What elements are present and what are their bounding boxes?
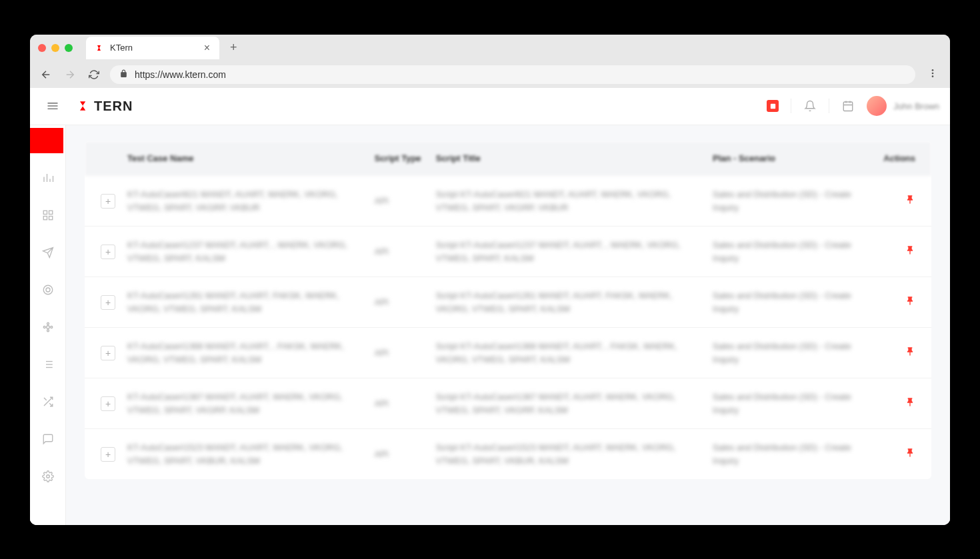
expand-button[interactable]: + <box>101 245 115 259</box>
pin-icon[interactable] <box>905 297 915 308</box>
cell-type: API <box>375 296 428 309</box>
table-row: + KT-AutoCase#1237 MANDT, AUART, , WAERK… <box>85 227 931 277</box>
sidebar-item-target[interactable] <box>35 277 61 302</box>
forward-button[interactable] <box>62 67 78 83</box>
sidebar-item-list[interactable] <box>35 352 61 377</box>
cell-title: Script KT-AutoCase#1387 MANDT, AUART, WA… <box>428 390 705 416</box>
cell-type: API <box>375 245 428 259</box>
tab-favicon-icon <box>95 43 105 53</box>
new-tab-button[interactable]: + <box>225 41 243 55</box>
url-text: https://www.ktern.com <box>135 69 226 80</box>
svg-point-23 <box>47 329 49 331</box>
cell-title: Script KT-AutoCase#821 MANDT, AUART, WAE… <box>428 188 705 214</box>
cell-plan: Sales and Distribution (SD) - Create Inq… <box>705 441 862 467</box>
logo[interactable]: TERN <box>78 99 133 114</box>
svg-point-19 <box>43 285 53 294</box>
browser-window: KTern × + https://www.ktern.com <box>30 35 950 525</box>
cell-title: Script KT-AutoCase#1523 MANDT, AUART, WA… <box>428 441 705 467</box>
svg-rect-17 <box>43 216 47 219</box>
svg-rect-15 <box>43 211 47 214</box>
window-maximize-button[interactable] <box>65 44 73 52</box>
sidebar-item-send[interactable] <box>35 240 61 265</box>
back-button[interactable] <box>38 67 54 83</box>
cell-plan: Sales and Distribution (SD) - Create Inq… <box>705 239 862 265</box>
cell-plan: Sales and Distribution (SD) - Create Inq… <box>705 340 862 366</box>
menu-toggle-button[interactable] <box>41 94 65 118</box>
column-actions: Actions <box>862 153 915 165</box>
expand-button[interactable]: + <box>101 194 115 209</box>
column-plan: Plan - Scenario <box>705 153 862 165</box>
expand-button[interactable]: + <box>101 396 115 411</box>
table-body: + KT-AutoCase#821 MANDT, AUART, WAERK, V… <box>85 176 931 479</box>
content-area: Test Case Name Script Type Script Title … <box>66 125 950 525</box>
pin-icon[interactable] <box>905 247 915 258</box>
expand-button[interactable]: + <box>101 346 115 360</box>
cell-title: Script KT-AutoCase#1261 MANDT, AUART, FA… <box>428 289 705 315</box>
table-row: + KT-AutoCase#1261 MANDT, AUART, FAKSK, … <box>85 277 931 328</box>
test-case-table: Test Case Name Script Type Script Title … <box>85 141 931 480</box>
traffic-lights <box>38 44 73 52</box>
username: John Brown <box>893 101 939 111</box>
svg-rect-16 <box>49 211 52 214</box>
cell-plan: Sales and Distribution (SD) - Create Inq… <box>705 188 862 214</box>
address-bar[interactable]: https://www.ktern.com <box>110 65 915 84</box>
window-minimize-button[interactable] <box>51 44 59 52</box>
svg-line-34 <box>44 398 47 400</box>
tab-close-icon[interactable]: × <box>204 42 210 54</box>
cell-name: KT-AutoCase#1261 MANDT, AUART, FAKSK, WA… <box>127 289 375 315</box>
notification-badge-icon[interactable] <box>767 100 779 112</box>
bell-icon[interactable] <box>803 99 817 113</box>
app-body: Test Case Name Script Type Script Title … <box>30 125 950 525</box>
cell-title: Script KT-AutoCase#1237 MANDT, AUART, , … <box>428 239 705 265</box>
browser-tab[interactable]: KTern × <box>86 37 219 59</box>
svg-rect-7 <box>844 102 853 111</box>
cell-title: Script KT-AutoCase#1368 MANDT, AUART, , … <box>428 340 705 366</box>
pin-icon[interactable] <box>905 398 915 410</box>
user-menu[interactable]: John Brown <box>867 96 939 116</box>
cell-plan: Sales and Distribution (SD) - Create Inq… <box>705 289 862 315</box>
sidebar-item-message[interactable] <box>35 426 61 452</box>
svg-point-35 <box>46 474 49 478</box>
column-type: Script Type <box>375 153 428 165</box>
window-close-button[interactable] <box>38 44 46 52</box>
logo-icon <box>78 100 90 112</box>
pin-icon[interactable] <box>905 449 915 460</box>
expand-button[interactable]: + <box>101 295 115 310</box>
pin-icon[interactable] <box>905 196 915 207</box>
expand-button[interactable]: + <box>101 447 115 462</box>
table-row: + KT-AutoCase#1387 MANDT, AUART, WAERK, … <box>85 378 931 429</box>
app: TERN John Brown <box>30 88 950 525</box>
cell-type: API <box>375 346 428 360</box>
table-row: + KT-AutoCase#821 MANDT, AUART, WAERK, V… <box>85 176 931 227</box>
pin-icon[interactable] <box>905 348 915 359</box>
cell-name: KT-AutoCase#1387 MANDT, AUART, WAERK, VK… <box>127 390 375 416</box>
svg-point-1 <box>932 72 934 74</box>
calendar-icon[interactable] <box>841 99 855 113</box>
lock-icon <box>119 69 128 80</box>
divider <box>791 99 791 113</box>
tab-bar: KTern × + <box>30 35 950 61</box>
cell-type: API <box>375 448 428 461</box>
sidebar-item-flower[interactable] <box>35 314 61 340</box>
sidebar-item-settings[interactable] <box>35 464 61 489</box>
cell-name: KT-AutoCase#1368 MANDT, AUART, , FAKSK, … <box>127 340 375 366</box>
cell-type: API <box>375 397 428 410</box>
cell-name: KT-AutoCase#1523 MANDT, AUART, WAERK, VK… <box>127 441 375 467</box>
reload-button[interactable] <box>86 67 102 83</box>
cell-name: KT-AutoCase#821 MANDT, AUART, WAERK, VKO… <box>127 188 375 214</box>
svg-point-0 <box>932 69 934 71</box>
address-bar-row: https://www.ktern.com <box>30 61 950 88</box>
browser-chrome: KTern × + https://www.ktern.com <box>30 35 950 88</box>
cell-name: KT-AutoCase#1237 MANDT, AUART, , WAERK, … <box>127 239 375 265</box>
cell-plan: Sales and Distribution (SD) - Create Inq… <box>705 390 862 416</box>
sidebar-item-grid[interactable] <box>35 203 61 228</box>
sidebar-item-chart[interactable] <box>35 165 61 191</box>
column-name: Test Case Name <box>127 153 375 165</box>
sidebar <box>30 125 66 525</box>
table-header: Test Case Name Script Type Script Title … <box>85 141 931 177</box>
browser-menu-button[interactable] <box>923 68 942 81</box>
column-expand <box>101 153 127 165</box>
sidebar-item-active[interactable] <box>30 128 63 153</box>
table-row: + KT-AutoCase#1368 MANDT, AUART, , FAKSK… <box>85 328 931 378</box>
sidebar-item-shuffle[interactable] <box>35 389 61 414</box>
